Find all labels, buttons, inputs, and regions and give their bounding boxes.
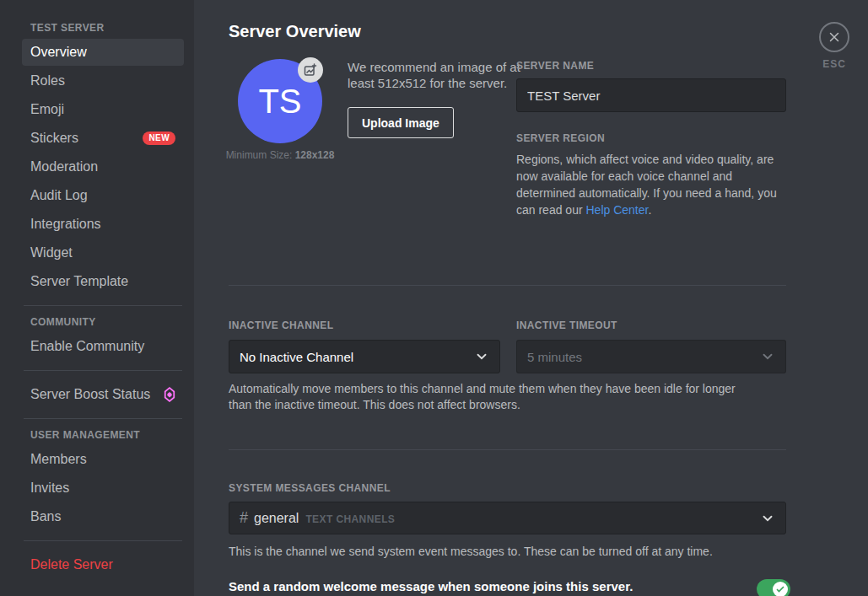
sidebar-item-emoji[interactable]: Emoji [22,96,184,123]
system-channel-value: general [254,511,299,525]
sidebar-item-invites[interactable]: Invites [22,475,184,502]
min-size-label: Minimum Size: [226,149,293,161]
close-icon [827,30,842,45]
toggle-check-icon [773,582,788,596]
sidebar-item-label: Stickers [30,131,78,146]
server-name-label: SERVER NAME [516,60,786,72]
sidebar-item-label: Server Template [30,274,128,289]
upload-image-button[interactable]: Upload Image [348,107,454,138]
sidebar-item-label: Emoji [30,102,64,117]
min-size-note: Minimum Size: 128x128 [204,149,356,161]
sidebar-community-header: COMMUNITY [22,316,184,328]
server-region-suffix: . [648,203,651,217]
chevron-down-icon [760,511,775,526]
server-name-region-column: SERVER NAME SERVER REGION Regions, which… [516,60,786,218]
sidebar-user-management-header: USER MANAGEMENT [22,429,184,441]
sidebar-item-integrations[interactable]: Integrations [22,211,184,238]
system-messages-channel-label: SYSTEM MESSAGES CHANNEL [229,482,391,494]
image-recommendation-text: We recommend an image of at least 512x51… [348,59,525,91]
chevron-down-icon [474,349,489,364]
sidebar-divider [24,305,182,306]
sidebar-item-roles[interactable]: Roles [22,67,184,94]
sidebar-item-label: Enable Community [30,339,144,354]
section-divider [229,449,786,450]
help-center-link[interactable]: Help Center [586,203,649,217]
sidebar-item-label: Moderation [30,159,98,175]
sidebar-divider [24,370,182,371]
sidebar-item-widget[interactable]: Widget [22,239,184,266]
inactive-channel-description: Automatically move members to this chann… [229,381,758,413]
sidebar-item-label: Integrations [30,217,101,232]
inactive-timeout-value: 5 minutes [527,350,582,364]
system-channel-value-group: #generalTEXT CHANNELS [240,509,395,527]
sidebar-item-label: Roles [30,73,65,89]
sidebar-divider [24,418,182,419]
hash-icon: # [240,509,248,526]
sidebar-item-label: Members [30,452,87,467]
new-badge: NEW [143,132,175,145]
server-region-description: Regions, which affect voice and video qu… [516,151,786,218]
change-image-icon[interactable] [298,57,323,83]
sidebar-item-label: Overview [30,45,87,60]
sidebar-divider [24,540,182,541]
sidebar-item-server-template[interactable]: Server Template [22,268,184,295]
inactive-timeout-label: INACTIVE TIMEOUT [516,319,617,331]
welcome-message-label: Send a random welcome message when someo… [229,579,752,593]
server-name-input[interactable] [516,78,786,112]
boost-gem-icon [164,387,175,402]
sidebar-server-header: TEST SERVER [22,22,184,34]
welcome-message-toggle[interactable] [757,579,790,596]
system-channel-category: TEXT CHANNELS [305,513,395,525]
sidebar-item-members[interactable]: Members [22,446,184,473]
sidebar-item-server-boost-status[interactable]: Server Boost Status [22,381,184,408]
system-messages-channel-select[interactable]: #generalTEXT CHANNELS [229,502,786,534]
sidebar-item-label: Widget [30,245,73,260]
server-region-label: SERVER REGION [516,132,786,144]
min-size-value: 128x128 [295,149,335,161]
section-divider [229,285,786,286]
chevron-down-icon [760,349,775,364]
page-title: Server Overview [229,22,361,41]
sidebar-item-label: Bans [30,509,61,524]
sidebar-item-enable-community[interactable]: Enable Community [22,333,184,360]
sidebar-item-bans[interactable]: Bans [22,503,184,530]
sidebar-item-audit-log[interactable]: Audit Log [22,182,184,209]
inactive-channel-label: INACTIVE CHANNEL [229,319,333,331]
esc-label: ESC [818,58,850,70]
close-button[interactable] [819,22,849,52]
settings-sidebar: TEST SERVER Overview Roles Emoji Sticker… [0,0,194,596]
server-avatar-initials: TS [258,83,301,121]
sidebar-item-delete-server[interactable]: Delete Server [22,551,184,578]
sidebar-item-stickers[interactable]: Stickers NEW [22,125,184,152]
sidebar-item-label: Server Boost Status [30,387,150,402]
inactive-channel-value: No Inactive Channel [240,350,353,364]
sidebar-item-label: Audit Log [30,188,88,203]
sidebar-item-label: Invites [30,481,69,496]
inactive-timeout-select[interactable]: 5 minutes [516,340,786,373]
sidebar-item-moderation[interactable]: Moderation [22,153,184,180]
close-area: ESC [818,22,850,70]
sidebar-item-overview[interactable]: Overview [22,39,184,66]
system-messages-description: This is the channel we send system event… [229,545,786,558]
inactive-channel-select[interactable]: No Inactive Channel [229,340,500,373]
server-overview-panel: Server Overview TS Minimum Size: 128x128… [194,0,868,596]
sidebar-item-label: Delete Server [30,557,113,572]
